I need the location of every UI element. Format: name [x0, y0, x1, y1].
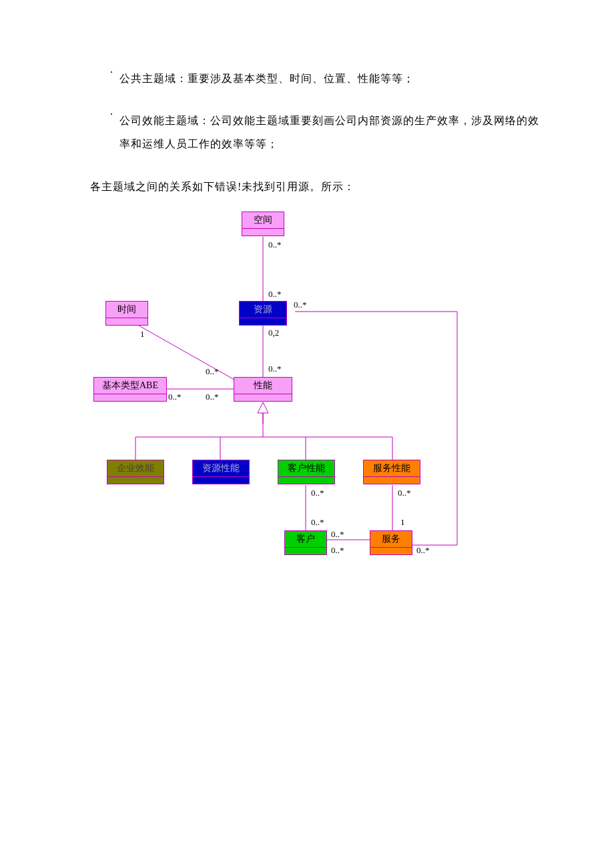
- node-label: 时间: [106, 302, 147, 318]
- svg-marker-8: [258, 402, 268, 413]
- mult-label: 0..*: [311, 488, 324, 498]
- node-serv-perf: 服务性能: [363, 460, 420, 484]
- node-ent-eff: 企业效能: [107, 460, 164, 484]
- svg-line-5: [139, 326, 239, 382]
- node-label: 基本类型ABE: [94, 378, 166, 394]
- node-label: 企业效能: [107, 460, 164, 476]
- bullet-text: 公司效能主题域：公司效能主题域重要刻画公司内部资源的生产效率，涉及网络的效率和运…: [119, 109, 541, 155]
- uml-diagram: 空间 时间 资源 基本类型ABE 性能 企业效能 资源性能 客户性能 服务性能 …: [93, 211, 467, 572]
- node-label: 资源: [240, 302, 286, 318]
- node-label: 性能: [234, 378, 292, 394]
- node-label: 服务: [370, 531, 412, 547]
- mult-label: 0..*: [268, 364, 282, 374]
- mult-label: 0..*: [206, 392, 219, 402]
- mult-label: 0..*: [168, 392, 182, 402]
- node-time: 时间: [105, 301, 148, 326]
- node-label: 资源性能: [193, 460, 249, 476]
- mult-label: 1: [140, 329, 145, 340]
- node-space: 空间: [242, 211, 284, 236]
- bullet-item: · 公共主题域：重要涉及基本类型、时间、位置、性能等等；: [110, 67, 541, 90]
- mult-label: 0..*: [294, 300, 307, 310]
- node-label: 服务性能: [364, 460, 420, 476]
- mult-label: 0..*: [311, 517, 324, 528]
- mult-label: 0..*: [268, 289, 282, 300]
- bullet-dot: ·: [110, 67, 119, 90]
- mult-label: 0..*: [416, 545, 430, 556]
- mult-label: 0,2: [268, 328, 279, 338]
- bullet-text: 公共主题域：重要涉及基本类型、时间、位置、性能等等；: [119, 67, 414, 90]
- mult-label: 0..*: [398, 488, 411, 498]
- node-label: 空间: [242, 212, 284, 228]
- node-basic: 基本类型ABE: [93, 377, 167, 402]
- node-label: 客户性能: [278, 460, 334, 476]
- node-resource: 资源: [239, 301, 287, 326]
- mult-label: 1: [400, 517, 405, 528]
- node-cust-perf: 客户性能: [278, 460, 335, 484]
- bullet-list: · 公共主题域：重要涉及基本类型、时间、位置、性能等等； · 公司效能主题域：公…: [110, 67, 541, 156]
- intro-paragraph: 各主题域之间的关系如下错误!未找到引用源。所示：: [90, 175, 541, 198]
- node-service: 服务: [370, 530, 412, 555]
- node-label: 客户: [285, 531, 326, 547]
- mult-label: 0..*: [331, 529, 344, 540]
- mult-label: 0..*: [206, 366, 219, 377]
- node-customer: 客户: [284, 530, 327, 555]
- bullet-dot: ·: [110, 109, 119, 155]
- mult-label: 0..*: [331, 545, 344, 556]
- mult-label: 0..*: [268, 240, 282, 250]
- node-perf: 性能: [234, 377, 292, 402]
- bullet-item: · 公司效能主题域：公司效能主题域重要刻画公司内部资源的生产效率，涉及网络的效率…: [110, 109, 541, 155]
- node-res-perf: 资源性能: [192, 460, 250, 484]
